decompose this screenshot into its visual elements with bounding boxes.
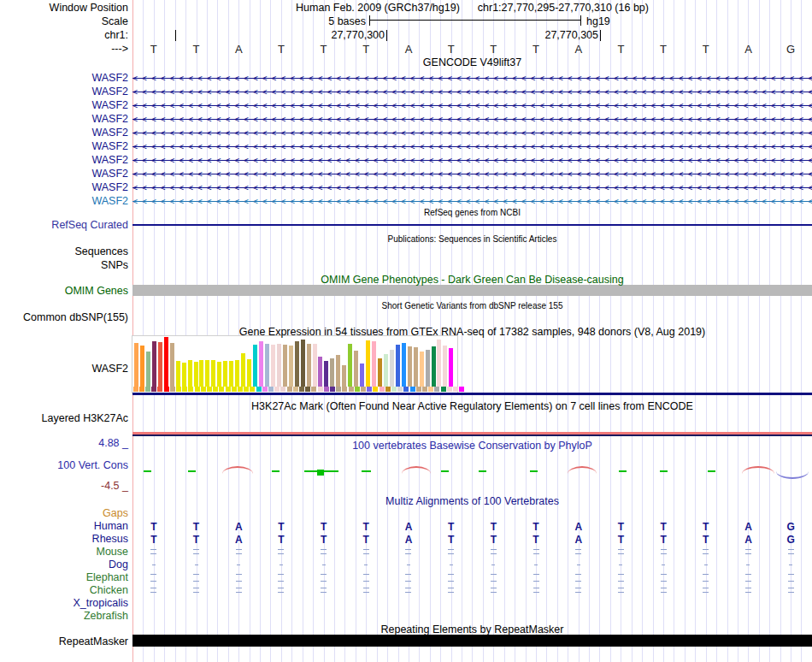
gtex-expression-bar[interactable] xyxy=(414,347,418,387)
multiz-species-label[interactable]: Mouse xyxy=(0,546,128,558)
genome-browser-image[interactable]: Human Feb. 2009 (GRCh37/hg19) chr1:27,77… xyxy=(0,0,812,662)
multiz-species-label[interactable]: Chicken xyxy=(0,584,128,596)
gtex-expression-bar[interactable] xyxy=(318,357,322,387)
gtex-expression-bar[interactable] xyxy=(336,355,340,387)
gtex-expression-bar[interactable] xyxy=(342,365,346,387)
phylop-track-title[interactable]: 100 vertebrates Basewise Conservation by… xyxy=(132,440,812,452)
gencode-gene-label[interactable]: WASF2 xyxy=(0,99,128,111)
gtex-expression-bar[interactable] xyxy=(170,343,174,387)
gtex-gene-label[interactable]: WASF2 xyxy=(0,363,128,375)
gencode-gene-label[interactable]: WASF2 xyxy=(0,113,128,125)
gtex-expression-bar[interactable] xyxy=(443,346,447,387)
gencode-transcript[interactable]: <<<<<<<<<<<<<<<<<<<<<<<<<<<<<<<<<<<<<<<<… xyxy=(132,196,812,207)
gtex-expression-bar[interactable] xyxy=(182,363,186,387)
publications-track-title[interactable]: Publications: Sequences in Scientific Ar… xyxy=(132,233,812,245)
gtex-expression-bar[interactable] xyxy=(235,360,239,387)
gtex-expression-bar[interactable] xyxy=(313,344,317,387)
gtex-track-title[interactable]: Gene Expression in 54 tissues from GTEx … xyxy=(132,326,812,338)
gencode-transcript[interactable]: <<<<<<<<<<<<<<<<<<<<<<<<<<<<<<<<<<<<<<<<… xyxy=(132,127,812,139)
gtex-expression-bar[interactable] xyxy=(366,340,370,387)
gtex-expression-bar[interactable] xyxy=(247,359,251,387)
gtex-expression-bar[interactable] xyxy=(277,344,281,387)
gtex-expression-bar[interactable] xyxy=(324,361,328,387)
gtex-expression-bar[interactable] xyxy=(194,362,198,387)
gtex-expression-bar[interactable] xyxy=(432,346,436,387)
gtex-expression-bar[interactable] xyxy=(449,348,453,387)
gtex-expression-bar[interactable] xyxy=(223,361,227,387)
multiz-track-title[interactable]: Multiz Alignments of 100 Vertebrates xyxy=(132,495,812,507)
gencode-gene-label[interactable]: WASF2 xyxy=(0,154,128,166)
multiz-species-label[interactable]: X_tropicalis xyxy=(0,597,128,609)
gtex-expression-bar[interactable] xyxy=(437,340,441,387)
gtex-expression-bar[interactable] xyxy=(265,344,269,387)
gtex-expression-bar[interactable] xyxy=(164,337,168,387)
gencode-gene-label[interactable]: WASF2 xyxy=(0,72,128,84)
gtex-expression-bar[interactable] xyxy=(420,352,424,387)
gtex-expression-bar[interactable] xyxy=(176,361,180,387)
gtex-expression-bar[interactable] xyxy=(384,354,388,387)
common-dbsnp-label[interactable]: Common dbSNP(155) xyxy=(0,311,128,323)
gencode-transcript[interactable]: <<<<<<<<<<<<<<<<<<<<<<<<<<<<<<<<<<<<<<<<… xyxy=(132,141,812,152)
layered-h3k27ac-label[interactable]: Layered H3K27Ac xyxy=(0,412,128,424)
gencode-track-title[interactable]: GENCODE V49lift37 xyxy=(132,56,812,68)
gencode-gene-label[interactable]: WASF2 xyxy=(0,140,128,152)
gtex-expression-bar[interactable] xyxy=(205,360,209,387)
multiz-species-label[interactable]: Zebrafish xyxy=(0,610,128,622)
multiz-species-label[interactable]: Elephant xyxy=(0,571,128,583)
gencode-gene-label[interactable]: WASF2 xyxy=(0,168,128,180)
gtex-expression-bar[interactable] xyxy=(372,341,376,387)
gtex-expression-bar[interactable] xyxy=(408,346,412,387)
dbsnp-track-title[interactable]: Short Genetic Variants from dbSNP releas… xyxy=(132,300,812,312)
gencode-transcript[interactable]: <<<<<<<<<<<<<<<<<<<<<<<<<<<<<<<<<<<<<<<<… xyxy=(132,168,812,180)
gencode-gene-label[interactable]: WASF2 xyxy=(0,181,128,193)
gtex-expression-bar[interactable] xyxy=(253,345,257,387)
omim-genes-label[interactable]: OMIM Genes xyxy=(0,285,128,297)
repeatmasker-track-title[interactable]: Repeating Elements by RepeatMasker xyxy=(132,624,812,635)
gtex-expression-bar[interactable] xyxy=(426,350,430,387)
gtex-expression-bar[interactable] xyxy=(402,343,406,387)
gtex-expression-bar[interactable] xyxy=(348,344,352,387)
gtex-expression-bar[interactable] xyxy=(378,358,382,387)
gtex-expression-bar[interactable] xyxy=(146,352,150,387)
gtex-expression-bar[interactable] xyxy=(217,362,221,387)
gtex-expression-bar[interactable] xyxy=(188,360,192,387)
gencode-transcript[interactable]: <<<<<<<<<<<<<<<<<<<<<<<<<<<<<<<<<<<<<<<<… xyxy=(132,73,812,84)
repeatmasker-element-bar[interactable] xyxy=(132,635,812,647)
gtex-expression-bar[interactable] xyxy=(289,346,293,387)
gencode-gene-label[interactable]: WASF2 xyxy=(0,127,128,139)
gtex-expression-bar[interactable] xyxy=(259,341,263,387)
multiz-species-label[interactable]: Dog xyxy=(0,559,128,570)
omim-gene-bar[interactable] xyxy=(132,285,812,296)
gencode-transcript[interactable]: <<<<<<<<<<<<<<<<<<<<<<<<<<<<<<<<<<<<<<<<… xyxy=(132,182,812,193)
gtex-expression-bar[interactable] xyxy=(152,341,156,387)
gencode-gene-label[interactable]: WASF2 xyxy=(0,195,128,207)
refseq-track-title[interactable]: RefSeq genes from NCBI xyxy=(132,207,812,219)
gencode-transcript[interactable]: <<<<<<<<<<<<<<<<<<<<<<<<<<<<<<<<<<<<<<<<… xyxy=(132,100,812,111)
gtex-expression-bar[interactable] xyxy=(360,364,364,387)
gencode-transcript[interactable]: <<<<<<<<<<<<<<<<<<<<<<<<<<<<<<<<<<<<<<<<… xyxy=(132,155,812,166)
gtex-expression-bar[interactable] xyxy=(241,353,245,387)
gtex-expression-bar[interactable] xyxy=(330,358,334,387)
phylop-track-label[interactable]: 100 Vert. Cons xyxy=(0,459,128,471)
gtex-expression-bar[interactable] xyxy=(271,345,275,387)
gencode-transcript[interactable]: <<<<<<<<<<<<<<<<<<<<<<<<<<<<<<<<<<<<<<<<… xyxy=(132,86,812,98)
gtex-expression-bar[interactable] xyxy=(307,344,311,387)
gtex-expression-bar[interactable] xyxy=(158,342,162,387)
gtex-expression-bar[interactable] xyxy=(301,340,305,387)
gtex-expression-bar[interactable] xyxy=(283,345,287,387)
gtex-expression-bar[interactable] xyxy=(229,361,233,387)
gtex-expression-bar[interactable] xyxy=(295,341,299,387)
repeatmasker-label[interactable]: RepeatMasker xyxy=(0,635,128,647)
gtex-expression-bar[interactable] xyxy=(354,351,358,387)
gtex-expression-bar[interactable] xyxy=(390,350,394,387)
multiz-species-label[interactable]: Rhesus xyxy=(0,533,128,545)
gencode-transcript[interactable]: <<<<<<<<<<<<<<<<<<<<<<<<<<<<<<<<<<<<<<<<… xyxy=(132,114,812,125)
refseq-curated-line[interactable] xyxy=(132,224,812,226)
multiz-species-label[interactable]: Human xyxy=(0,520,128,532)
sequences-label[interactable]: Sequences xyxy=(0,245,128,257)
gtex-expression-bar[interactable] xyxy=(396,345,400,387)
gtex-expression-bar[interactable] xyxy=(211,360,215,387)
multiz-species-label[interactable]: Gaps xyxy=(0,507,128,519)
gtex-expression-bar[interactable] xyxy=(199,360,203,387)
snps-label[interactable]: SNPs xyxy=(0,259,128,271)
